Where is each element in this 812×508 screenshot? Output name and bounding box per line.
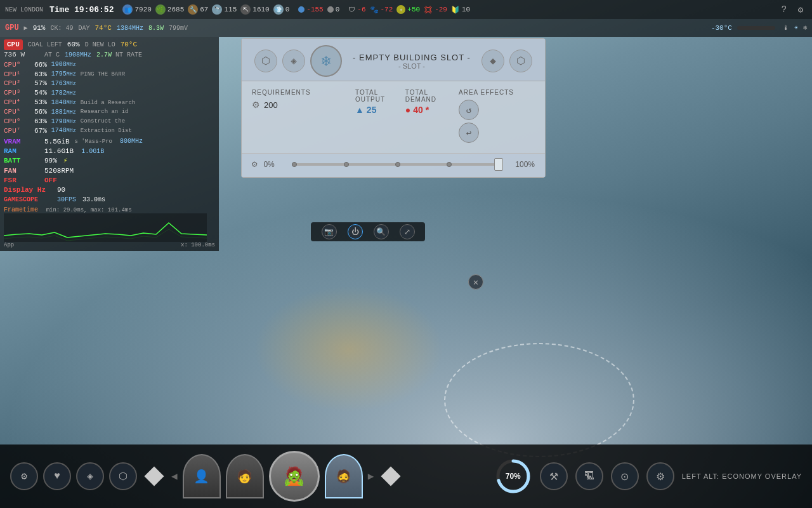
health-value: -72 (381, 6, 393, 13)
question-button[interactable]: ? (778, 3, 790, 16)
nav-diamond (144, 466, 164, 486)
display-val: 90 (57, 185, 65, 195)
bottom-btn-1[interactable]: ⚙ (10, 462, 38, 490)
core7-note: Extraction Dist (81, 127, 132, 135)
shield-icon: 🛡 (348, 6, 355, 14)
cpu-rate2: NT RATE (115, 51, 142, 60)
core1-mhz: 1795MHz (51, 70, 76, 79)
core5-note: Research an id (81, 108, 129, 116)
building-header-right-icons: ◆ ⬡ (481, 50, 532, 72)
bottom-btn-2[interactable]: ♥ (43, 462, 71, 490)
frametime-section: Frametime min: 29.0ms, max: 101.4ms App … (4, 206, 215, 248)
core5-label: CPU⁵ (4, 107, 32, 117)
bottom-right-btn-4[interactable]: ⚙ (646, 462, 674, 490)
char-1[interactable]: 👤 (183, 454, 221, 498)
demand-dot-icon: ● (405, 105, 410, 115)
output-arrow-icon: ▲ (355, 105, 364, 115)
time-label: Time (49, 5, 74, 15)
total-demand-col: TOTAL DEMAND ● 40 * (405, 89, 446, 115)
bottom-right-btn-3[interactable]: ⊙ (611, 462, 639, 490)
core0-pct: 66% (34, 60, 47, 70)
outside-temp: -30°C (711, 24, 732, 32)
action-expand-button[interactable]: ⤢ (400, 224, 415, 239)
building-side-icon2: ◈ (282, 50, 305, 72)
output-section: TOTAL OUTPUT ▲ 25 TOTAL DEMAND ● 40 * (355, 89, 446, 145)
cpu-core-3: CPU³ 54% 1782MHz (4, 88, 215, 98)
scouts-value: 115 (224, 6, 237, 13)
cpu-core-1: CPU¹ 63% 1795MHz PING THE BARR (4, 70, 215, 79)
gamescope-row: GAMESCOPE 30FPS 33.0ms (4, 196, 215, 204)
building-main-icon: ❄ (310, 45, 342, 77)
core1-note: PING THE BARR (81, 70, 125, 78)
center-portrait[interactable]: 🧟 (269, 451, 320, 502)
close-button[interactable]: ✕ (468, 274, 483, 290)
cpu-core-5: CPU⁵ 56% 1881MHz Research an id (4, 107, 215, 117)
req-item: ⚙ 200 (252, 100, 343, 110)
vram-label: VRAM (4, 137, 42, 147)
alt-hint-label: LEFT ALT: ECONOMY OVERLAY (682, 472, 802, 480)
action-camera-button[interactable]: 📷 (322, 224, 337, 239)
slider-min-label: 0% (263, 160, 285, 169)
discontent-icon: 💢 (424, 6, 433, 14)
slider-dot-2 (344, 162, 349, 167)
bottom-btn-4[interactable]: ⬡ (109, 462, 137, 490)
slider-thumb[interactable] (494, 158, 503, 171)
faith-icon: ✦ (396, 5, 405, 14)
ram-label: RAM (4, 147, 42, 156)
nav-arrow-right[interactable]: ▶ (368, 470, 374, 483)
bottom-right-btn-1[interactable]: ⚒ (540, 462, 568, 490)
bottom-right-btn-2[interactable]: 🏗 (575, 462, 603, 490)
core0-mhz: 1908MHz (51, 60, 76, 69)
char-2[interactable]: 🧑 (226, 454, 264, 498)
settings-button[interactable]: ⚙ (794, 3, 807, 16)
bottom-right-actions: 70% ⚒ 🏗 ⊙ ⚙ LEFT ALT: ECONOMY OVERLAY (494, 457, 802, 495)
cpu-core-0: CPU⁰ 66% 1908MHz (4, 60, 215, 70)
req-gear-icon: ⚙ (252, 100, 260, 110)
time-value: 19:06:52 (74, 5, 114, 15)
building-subtitle: - SLOT - (347, 62, 476, 70)
batt-label: BATT (4, 156, 42, 166)
health-icon: 🐾 (370, 6, 379, 14)
gpu-temp: 74°C (95, 24, 111, 32)
core6-pct: 63% (34, 117, 47, 126)
cpu-at-text: AT C (44, 51, 60, 60)
city-name: NEW LONDON (5, 6, 43, 13)
temp-bar (737, 24, 775, 32)
hope-value: 10 (462, 6, 470, 13)
gpu-pct: 91% (33, 24, 46, 32)
health-resource: 🐾 -72 (370, 6, 393, 14)
building-header-icons: ⬡ ◈ (254, 50, 305, 72)
requirements-section: REQUIREMENTS ⚙ 200 (252, 89, 343, 145)
core5-mhz: 1881MHz (51, 108, 76, 117)
slider-track[interactable] (292, 163, 503, 166)
food-icon: 🌿 (155, 4, 166, 15)
cpu-core-7: CPU⁷ 67% 1748MHz Extraction Dist (4, 126, 215, 136)
action-power-button[interactable]: ⏻ (348, 224, 363, 239)
stamina-ring: 70% (494, 457, 532, 495)
shield-value: -6 (357, 6, 365, 13)
requirements-label: REQUIREMENTS (252, 89, 343, 96)
fsr-val: OFF (44, 176, 57, 185)
heat-dot-icon (298, 6, 304, 13)
frametime-range: min: 29.0ms, max: 101.4ms (46, 207, 132, 213)
nav-arrow-left[interactable]: ◀ (171, 470, 178, 483)
action-zoom-button[interactable]: 🔍 (374, 224, 389, 239)
core6-mhz: 1798MHz (51, 117, 76, 126)
cpu-workers-row: 736 W AT C 1908MHz 2.7W NT RATE (4, 50, 215, 60)
city-glow (254, 286, 444, 413)
building-right-icon1: ◆ (481, 50, 504, 72)
building-title: - EMPTY BUILDING SLOT - (347, 53, 476, 62)
fan-val: 5208RPM (44, 166, 74, 176)
faith-value: +50 (407, 6, 420, 13)
gpu-mhz: 1384MHz (117, 25, 143, 32)
cpu-workers: 736 W (4, 50, 42, 60)
population-icon: 👥 (122, 4, 133, 15)
population-value: 7920 (134, 6, 151, 13)
core2-label: CPU² (4, 79, 32, 88)
bottom-btn-3[interactable]: ◈ (76, 462, 104, 490)
core7-label: CPU⁷ (4, 126, 32, 136)
char-3[interactable]: 🧔 (325, 454, 363, 498)
workers-resource: 🔧 67 (188, 4, 208, 15)
req-amount: 200 (264, 100, 278, 110)
stamina-pct: 70% (506, 472, 521, 481)
